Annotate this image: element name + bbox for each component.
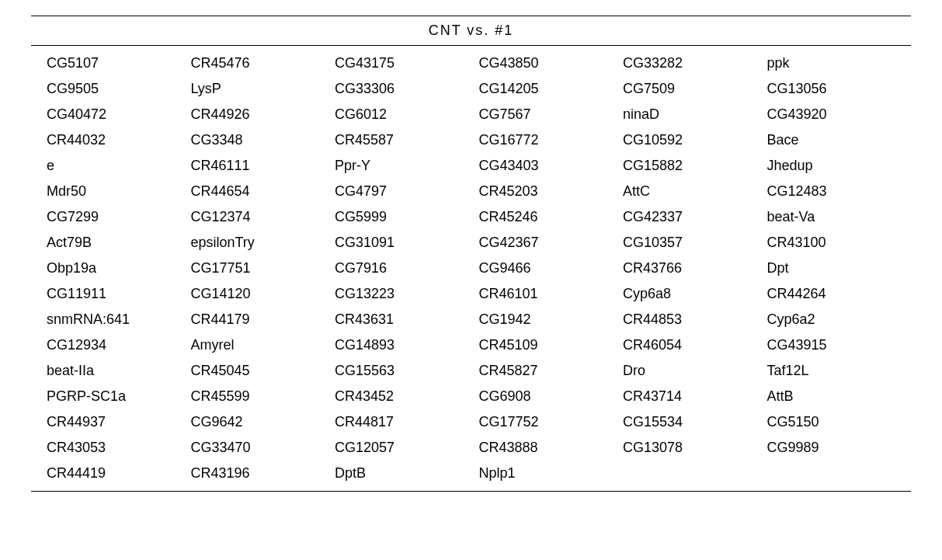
table-cell: Ppr-Y	[335, 158, 479, 174]
table-cell: ninaD	[623, 106, 767, 123]
table-cell: CR45587	[335, 132, 479, 148]
table-cell: CR44032	[47, 132, 191, 148]
table-cell: CG5107	[47, 55, 191, 71]
table-cell: CG15563	[335, 363, 479, 379]
table-cell: CG9642	[191, 414, 335, 430]
table-row: CG5107CR45476CG43175CG43850CG33282ppk	[47, 50, 911, 76]
table-cell: CG42337	[623, 209, 767, 225]
table-cell: CR44926	[191, 106, 335, 123]
table-row: CR44032CG3348CR45587CG16772CG10592Bace	[47, 127, 911, 153]
table-cell: Bace	[767, 132, 912, 148]
table-row: snmRNA:641CR44179CR43631CG1942CR44853Cyp…	[47, 307, 911, 332]
table-cell: CR46111	[191, 158, 335, 174]
table-cell: CG10592	[623, 132, 767, 148]
table-cell: AttB	[767, 388, 912, 405]
table-cell: CG1942	[479, 311, 624, 328]
table-cell: CG5999	[335, 209, 479, 225]
table-cell: CG33470	[191, 440, 335, 456]
table-cell: CG33282	[623, 55, 767, 71]
table-row: CG11911CG14120CG13223CR46101Cyp6a8CR4426…	[47, 281, 911, 307]
table-cell: CG15882	[623, 158, 767, 174]
table-cell: CR45476	[191, 55, 335, 71]
table-cell: CG43920	[767, 106, 912, 123]
table-cell: CG9505	[47, 81, 191, 97]
table-cell: CR45246	[479, 209, 624, 225]
table-cell: CR44179	[191, 311, 335, 328]
table-row: Mdr50CR44654CG4797CR45203AttCCG12483	[47, 179, 911, 204]
table-cell: Dro	[623, 363, 767, 379]
table-cell: Mdr50	[47, 183, 191, 200]
table-cell: CG6012	[335, 106, 479, 123]
table-cell: CR43888	[479, 440, 624, 456]
table-cell: Cyp6a8	[623, 286, 767, 302]
table-cell: Dpt	[767, 260, 912, 277]
table-cell: CR43766	[623, 260, 767, 277]
table-cell: CR44264	[767, 286, 912, 302]
table-row: beat-IIaCR45045CG15563CR45827DroTaf12L	[47, 358, 911, 384]
table-cell: CG31091	[335, 235, 479, 251]
table-cell: CG42367	[479, 235, 624, 251]
table-cell: snmRNA:641	[47, 311, 191, 328]
table-cell: Act79B	[47, 235, 191, 251]
table-cell: CR46101	[479, 286, 624, 302]
table-cell: CR44654	[191, 183, 335, 200]
table-row: CG9505LysPCG33306CG14205CG7509CG13056	[47, 76, 911, 102]
table-cell: CG43850	[479, 55, 624, 71]
table-cell: CR43452	[335, 388, 479, 405]
table-row: CR44937CG9642CR44817CG17752CG15534CG5150	[47, 409, 911, 435]
table-row: CG7299CG12374CG5999CR45246CG42337beat-Va	[47, 204, 911, 230]
table-cell: CR44419	[47, 465, 191, 482]
table-cell: CG14205	[479, 81, 624, 97]
table-cell: CR46054	[623, 337, 767, 353]
table-cell: CG12934	[47, 337, 191, 353]
table-row: CR44419CR43196DptBNplp1	[47, 461, 911, 486]
table-cell: CG6908	[479, 388, 624, 405]
table-cell: ppk	[767, 55, 912, 71]
table-cell: CR44853	[623, 311, 767, 328]
table-cell: CG7916	[335, 260, 479, 277]
table-row: CR43053CG33470CG12057CR43888CG13078CG998…	[47, 435, 911, 461]
table-row: PGRP-SC1aCR45599CR43452CG6908CR43714AttB	[47, 384, 911, 409]
table-cell: beat-Va	[767, 209, 912, 225]
table-cell: epsilonTry	[191, 235, 335, 251]
table-cell: CG7299	[47, 209, 191, 225]
table-cell: PGRP-SC1a	[47, 388, 191, 405]
table-cell: CG10357	[623, 235, 767, 251]
table-cell: CG3348	[191, 132, 335, 148]
table-cell: CR45599	[191, 388, 335, 405]
table-cell: CG33306	[335, 81, 479, 97]
table-row: CG40472CR44926CG6012CG7567ninaDCG43920	[47, 102, 911, 127]
table-cell: CG12483	[767, 183, 912, 200]
table-cell: CG14120	[191, 286, 335, 302]
table-title: CNT vs. #1	[31, 16, 911, 46]
table-cell: LysP	[191, 81, 335, 97]
table-cell: CG43175	[335, 55, 479, 71]
table-cell: CG12374	[191, 209, 335, 225]
table-cell: CG7509	[623, 81, 767, 97]
table-cell: CG40472	[47, 106, 191, 123]
gene-table: CNT vs. #1 CG5107CR45476CG43175CG43850CG…	[31, 16, 911, 492]
table-cell: CR45827	[479, 363, 624, 379]
table-cell: CR43053	[47, 440, 191, 456]
table-cell: Amyrel	[191, 337, 335, 353]
table-cell: CR44937	[47, 414, 191, 430]
table-cell: CR43100	[767, 235, 912, 251]
table-cell: CG9466	[479, 260, 624, 277]
table-cell: CG5150	[767, 414, 912, 430]
table-row: Obp19aCG17751CG7916CG9466CR43766Dpt	[47, 256, 911, 281]
table-cell: CG9989	[767, 440, 912, 456]
table-cell: Nplp1	[479, 465, 624, 482]
table-cell: CG13056	[767, 81, 912, 97]
table-cell: CG43403	[479, 158, 624, 174]
table-cell: CR43631	[335, 311, 479, 328]
table-cell: Obp19a	[47, 260, 191, 277]
table-cell: CR45203	[479, 183, 624, 200]
table-cell: CG13078	[623, 440, 767, 456]
table-cell: DptB	[335, 465, 479, 482]
table-cell: AttC	[623, 183, 767, 200]
table-cell: CG15534	[623, 414, 767, 430]
table-cell: CG7567	[479, 106, 624, 123]
table-cell	[767, 465, 912, 482]
table-row: Act79BepsilonTryCG31091CG42367CG10357CR4…	[47, 230, 911, 256]
table-cell: Taf12L	[767, 363, 912, 379]
